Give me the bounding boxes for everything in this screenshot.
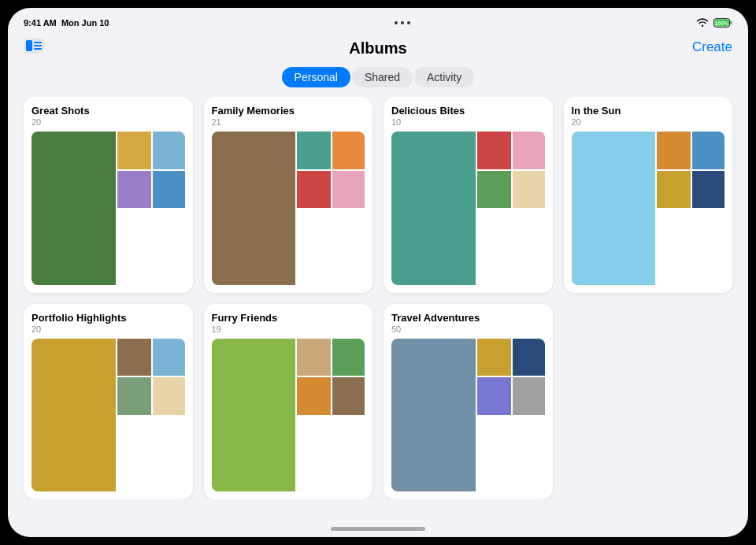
mosaic-cell [153, 171, 185, 209]
mosaic-cell [477, 339, 511, 376]
page-title: Albums [349, 39, 406, 57]
album-mosaic [212, 339, 365, 492]
album-title: Delicious Bites [391, 105, 545, 117]
album-title: Furry Friends [212, 312, 365, 324]
mosaic-right [477, 132, 545, 208]
album-count: 20 [32, 324, 185, 334]
mosaic-cell [32, 339, 116, 492]
mosaic-cell [692, 132, 724, 169]
status-dot-2 [401, 21, 404, 24]
mosaic-right [117, 339, 185, 415]
mosaic-right [297, 132, 365, 208]
tab-bar: Personal Shared Activity [8, 67, 748, 87]
mosaic-cell [297, 171, 331, 209]
mosaic-cell [212, 339, 296, 492]
album-card[interactable]: Portfolio Highlights20 [24, 304, 193, 500]
mosaic-cell [153, 339, 185, 376]
svg-rect-9 [34, 48, 42, 50]
album-title: Portfolio Highlights [32, 312, 185, 324]
album-mosaic [32, 339, 185, 492]
album-card[interactable]: Furry Friends19 [204, 304, 373, 500]
album-count: 19 [212, 324, 365, 334]
album-card[interactable]: Great Shots20 [24, 97, 193, 293]
mosaic-cell [153, 132, 185, 169]
mosaic-cell [513, 339, 545, 376]
home-indicator [331, 527, 425, 531]
mosaic-cell [513, 132, 545, 169]
status-bar: 9:41 AM Mon Jun 10 1 [8, 8, 748, 33]
status-time: 9:41 AM Mon Jun 10 [24, 18, 109, 28]
sidebar-toggle-button[interactable] [24, 38, 44, 57]
mosaic-cell [297, 377, 331, 415]
status-dot-1 [395, 21, 398, 24]
album-mosaic [32, 132, 185, 285]
tab-personal[interactable]: Personal [282, 67, 350, 87]
album-card[interactable]: Family Memories21 [204, 97, 373, 293]
header: Albums Create [8, 33, 748, 61]
tab-shared[interactable]: Shared [352, 67, 413, 87]
mosaic-right [297, 339, 365, 415]
mosaic-cell [477, 171, 511, 209]
album-mosaic [391, 339, 545, 492]
album-card[interactable]: Delicious Bites10 [384, 97, 553, 293]
battery-icon: 100% [713, 18, 732, 28]
svg-text:100%: 100% [714, 20, 728, 26]
mosaic-cell [657, 132, 691, 169]
album-count: 20 [32, 117, 185, 127]
mosaic-cell [332, 339, 365, 376]
mosaic-cell [477, 377, 511, 415]
svg-rect-7 [34, 42, 42, 43]
mosaic-cell [332, 132, 365, 169]
svg-rect-8 [34, 45, 42, 46]
mosaic-right [657, 132, 724, 208]
svg-rect-6 [26, 40, 32, 51]
mosaic-cell [117, 377, 151, 415]
mosaic-cell [513, 377, 545, 415]
mosaic-cell [212, 132, 296, 285]
album-title: Great Shots [32, 105, 185, 117]
mosaic-cell [117, 339, 151, 376]
album-card[interactable]: Travel Adventures50 [384, 304, 553, 500]
status-center [395, 21, 410, 24]
album-title: Family Memories [212, 105, 365, 117]
album-title: In the Sun [572, 105, 725, 117]
wifi-icon [696, 17, 709, 28]
create-button[interactable]: Create [692, 39, 732, 55]
album-mosaic [572, 132, 725, 285]
mosaic-cell [117, 171, 151, 209]
album-count: 20 [572, 117, 725, 127]
device-frame: 9:41 AM Mon Jun 10 1 [8, 8, 748, 537]
status-dot-3 [407, 21, 410, 24]
svg-rect-2 [730, 21, 732, 25]
mosaic-cell [297, 132, 331, 169]
mosaic-cell [153, 377, 185, 415]
mosaic-cell [332, 377, 365, 415]
mosaic-cell [477, 132, 511, 169]
mosaic-cell [32, 132, 116, 285]
mosaic-cell [657, 171, 691, 209]
status-right: 100% [696, 17, 732, 28]
mosaic-cell [572, 132, 656, 285]
mosaic-right [477, 339, 545, 415]
albums-grid: Great Shots20Family Memories21Delicious … [8, 97, 748, 499]
mosaic-cell [692, 171, 724, 209]
tab-activity[interactable]: Activity [414, 67, 474, 87]
album-count: 10 [391, 117, 545, 127]
album-count: 50 [391, 324, 545, 334]
album-title: Travel Adventures [391, 312, 545, 324]
mosaic-cell [117, 132, 151, 169]
mosaic-cell [332, 171, 365, 209]
mosaic-cell [391, 132, 476, 285]
mosaic-cell [297, 339, 331, 376]
album-card[interactable]: In the Sun20 [564, 97, 733, 293]
album-mosaic [212, 132, 365, 285]
album-mosaic [391, 132, 545, 285]
album-count: 21 [212, 117, 365, 127]
mosaic-cell [513, 171, 545, 209]
mosaic-right [117, 132, 185, 208]
mosaic-cell [391, 339, 476, 492]
